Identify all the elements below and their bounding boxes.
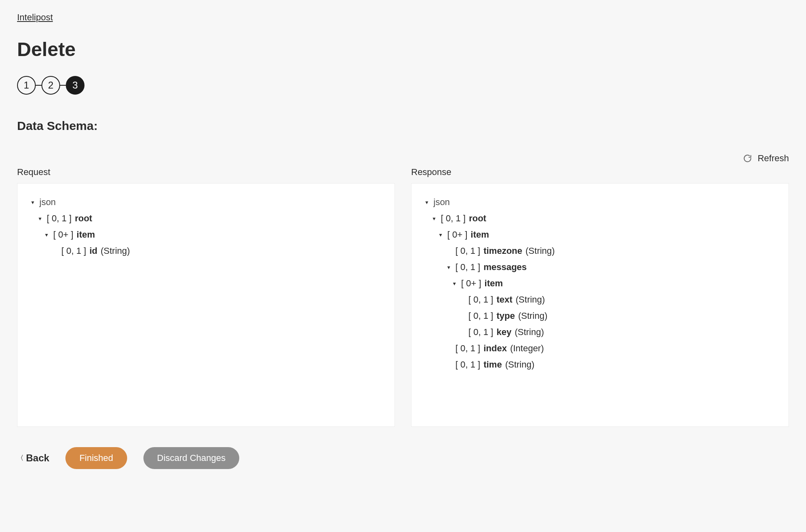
node-name: time	[483, 359, 502, 370]
json-label: json	[433, 197, 450, 208]
chevron-down-icon[interactable]: ▾	[430, 215, 438, 222]
footer-actions: 〈 Back Finished Discard Changes	[17, 447, 789, 469]
chevron-down-icon[interactable]: ▾	[36, 215, 43, 222]
cardinality: [ 0, 1 ]	[468, 327, 493, 337]
step-1[interactable]: 1	[17, 76, 36, 95]
stepper: 1 2 3	[17, 76, 789, 95]
tree-row-root[interactable]: ▾ [ 0, 1 ] root	[29, 210, 383, 227]
tree-row-json[interactable]: ▾ json	[29, 194, 383, 210]
cardinality: [ 0, 1 ]	[468, 311, 493, 321]
node-name: index	[483, 343, 507, 354]
tree-row-item[interactable]: ▾ [ 0+ ] item	[423, 227, 777, 243]
back-label: Back	[26, 452, 49, 464]
refresh-button[interactable]: Refresh	[743, 153, 789, 164]
tree-row-msg-item[interactable]: ▾ [ 0+ ] item	[423, 275, 777, 292]
response-panel: ▾ json ▾ [ 0, 1 ] root ▾ [ 0+ ] item [ 0…	[411, 183, 789, 427]
node-type: (String)	[526, 246, 555, 256]
tree-row-root[interactable]: ▾ [ 0, 1 ] root	[423, 210, 777, 227]
chevron-down-icon[interactable]: ▾	[437, 231, 444, 238]
node-type: (String)	[515, 327, 544, 337]
chevron-down-icon[interactable]: ▾	[451, 280, 458, 287]
request-panel: ▾ json ▾ [ 0, 1 ] root ▾ [ 0+ ] item [ 0…	[17, 183, 395, 427]
cardinality: [ 0+ ]	[447, 229, 468, 240]
node-name: text	[496, 294, 512, 305]
node-type: (Integer)	[510, 343, 544, 354]
json-label: json	[39, 197, 56, 208]
chevron-left-icon: 〈	[17, 454, 24, 463]
tree-row-json[interactable]: ▾ json	[423, 194, 777, 210]
breadcrumb-link[interactable]: Intelipost	[17, 12, 53, 23]
response-label: Response	[411, 167, 789, 177]
response-column: Response ▾ json ▾ [ 0, 1 ] root ▾ [ 0+ ]…	[411, 167, 789, 427]
cardinality: [ 0, 1 ]	[455, 343, 480, 354]
refresh-label: Refresh	[758, 153, 789, 164]
tree-row-id[interactable]: [ 0, 1 ] id (String)	[29, 243, 383, 259]
page-title: Delete	[17, 38, 789, 61]
tree-row-index[interactable]: [ 0, 1 ] index (Integer)	[423, 340, 777, 357]
tree-row-time[interactable]: [ 0, 1 ] time (String)	[423, 357, 777, 373]
cardinality: [ 0, 1 ]	[47, 213, 72, 224]
cardinality: [ 0, 1 ]	[468, 294, 493, 305]
step-2[interactable]: 2	[41, 76, 60, 95]
request-column: Request ▾ json ▾ [ 0, 1 ] root ▾ [ 0+ ] …	[17, 167, 395, 427]
cardinality: [ 0, 1 ]	[61, 246, 86, 256]
cardinality: [ 0+ ]	[461, 278, 481, 289]
node-name: timezone	[483, 246, 522, 256]
cardinality: [ 0, 1 ]	[455, 246, 480, 256]
cardinality: [ 0, 1 ]	[455, 262, 480, 272]
chevron-down-icon[interactable]: ▾	[423, 199, 430, 205]
node-type: (String)	[101, 246, 130, 256]
tree-row-timezone[interactable]: [ 0, 1 ] timezone (String)	[423, 243, 777, 259]
discard-button[interactable]: Discard Changes	[143, 447, 240, 469]
step-connector	[60, 85, 66, 86]
tree-row-messages[interactable]: ▾ [ 0, 1 ] messages	[423, 259, 777, 275]
chevron-down-icon[interactable]: ▾	[29, 199, 36, 205]
node-name: key	[496, 327, 511, 337]
finished-button[interactable]: Finished	[65, 447, 127, 469]
node-type: (String)	[516, 294, 545, 305]
tree-row-text[interactable]: [ 0, 1 ] text (String)	[423, 292, 777, 308]
refresh-icon	[743, 154, 752, 163]
step-connector	[36, 85, 41, 86]
tree-row-key[interactable]: [ 0, 1 ] key (String)	[423, 324, 777, 340]
chevron-down-icon[interactable]: ▾	[445, 264, 452, 270]
node-name: id	[89, 246, 98, 256]
node-name: root	[469, 213, 486, 224]
back-button[interactable]: 〈 Back	[17, 452, 49, 464]
node-type: (String)	[518, 311, 547, 321]
node-name: type	[496, 311, 515, 321]
node-name: item	[485, 278, 503, 289]
cardinality: [ 0, 1 ]	[455, 359, 480, 370]
node-name: item	[77, 229, 95, 240]
tree-row-type[interactable]: [ 0, 1 ] type (String)	[423, 308, 777, 324]
node-type: (String)	[505, 359, 534, 370]
section-title: Data Schema:	[17, 119, 789, 133]
request-label: Request	[17, 167, 395, 177]
step-3[interactable]: 3	[66, 76, 84, 95]
cardinality: [ 0, 1 ]	[441, 213, 466, 224]
tree-row-item[interactable]: ▾ [ 0+ ] item	[29, 227, 383, 243]
chevron-down-icon[interactable]: ▾	[43, 231, 50, 238]
node-name: messages	[483, 262, 526, 272]
node-name: root	[75, 213, 92, 224]
node-name: item	[471, 229, 489, 240]
cardinality: [ 0+ ]	[53, 229, 74, 240]
